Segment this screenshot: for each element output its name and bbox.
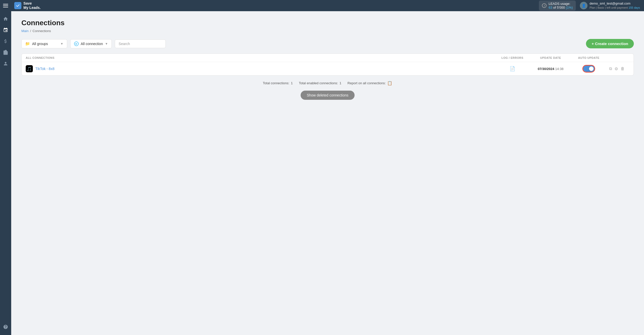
chevron-down-icon: ▼ — [60, 42, 63, 46]
total-connections-value: 1 — [291, 81, 293, 85]
svg-rect-0 — [3, 4, 8, 4]
logo-text: Save My Leads. — [23, 1, 41, 10]
connection-link[interactable]: TikTok - 8x8 — [35, 67, 54, 71]
leads-usage-text: LEADS usage: 63 of 5'000 (1%) — [549, 2, 573, 9]
sidebar-item-billing[interactable] — [0, 36, 11, 47]
connection-filter-dropdown[interactable]: ▶ All connection ▼ — [70, 39, 112, 48]
logo: Save My Leads. — [14, 1, 41, 10]
auto-update-toggle[interactable] — [583, 66, 594, 72]
folder-icon: 📁 — [25, 41, 30, 46]
leads-current: 63 — [549, 6, 552, 9]
connection-name-cell: 🎵 TikTok - 8x8 — [26, 65, 497, 72]
create-connection-button[interactable]: + Create connection — [586, 39, 634, 48]
user-plan: Plan | Basic | left until payment 155 da… — [590, 6, 640, 10]
table-row: 🎵 TikTok - 8x8 📄 07/30/2024 14:38 ⧉ — [22, 62, 634, 75]
total-enabled-stat: Total enabled connections: 1 — [299, 81, 341, 85]
copy-icon[interactable]: ⧉ — [609, 66, 612, 71]
logo-icon — [14, 2, 21, 9]
update-date: 07/30/2024 — [538, 67, 554, 71]
avatar: 👤 — [580, 2, 587, 9]
document-icon[interactable]: 📄 — [510, 66, 515, 72]
actions-cell: ⧉ ⚙ 🗑 — [604, 66, 629, 71]
svg-rect-1 — [3, 5, 8, 6]
user-email: demo_sml_test@gmail.com — [590, 1, 640, 6]
breadcrumb: Main / Connections — [21, 29, 634, 33]
page-title: Connections — [21, 19, 634, 27]
search-input[interactable]: Search — [115, 39, 166, 48]
leads-label: LEADS usage: — [549, 2, 570, 6]
auto-update-cell — [573, 66, 604, 72]
tiktok-icon: 🎵 — [26, 65, 33, 72]
toggle-wrapper — [583, 66, 594, 72]
sidebar-item-help[interactable] — [0, 321, 11, 332]
info-icon: i — [542, 3, 547, 8]
settings-icon[interactable]: ⚙ — [614, 66, 618, 71]
report-icon[interactable]: 📋 — [387, 81, 392, 86]
sidebar-item-profile[interactable] — [0, 58, 11, 69]
toolbar: 📁 All groups ▼ ▶ All connection ▼ Search… — [21, 39, 634, 48]
user-days: 155 days — [628, 6, 640, 9]
delete-icon[interactable]: 🗑 — [621, 66, 625, 71]
report-label: Report on all connections: — [347, 81, 386, 85]
svg-rect-2 — [3, 7, 8, 7]
groups-dropdown[interactable]: 📁 All groups ▼ — [21, 39, 67, 48]
update-date-cell: 07/30/2024 14:38 — [528, 67, 573, 71]
update-time: 14:38 — [555, 67, 564, 71]
total-connections-stat: Total connections: 1 — [263, 81, 293, 85]
sidebar-item-jobs[interactable] — [0, 47, 11, 58]
log-errors-cell: 📄 — [497, 66, 528, 72]
header-auto-update: AUTO UPDATE — [573, 56, 604, 59]
groups-label: All groups — [32, 42, 48, 46]
leads-percent: (1%) — [566, 6, 573, 9]
main-wrapper: Save My Leads. i LEADS usage: 63 of 5'00… — [11, 0, 644, 335]
leads-total: 5'000 — [557, 6, 565, 9]
sidebar-item-connections[interactable] — [0, 24, 11, 36]
breadcrumb-current: Connections — [33, 29, 51, 33]
search-placeholder: Search — [119, 42, 130, 46]
header-log-errors: LOG / ERRORS — [497, 56, 528, 59]
topbar: Save My Leads. i LEADS usage: 63 of 5'00… — [11, 0, 644, 11]
table-header: ALL CONNECTIONS LOG / ERRORS UPDATE DATE… — [22, 54, 634, 62]
footer-stats: Total connections: 1 Total enabled conne… — [21, 81, 634, 86]
topbar-right: i LEADS usage: 63 of 5'000 (1%) 👤 demo_s… — [539, 1, 640, 11]
play-icon: ▶ — [74, 41, 79, 46]
connection-filter-label: All connection — [81, 42, 103, 46]
connections-table: ALL CONNECTIONS LOG / ERRORS UPDATE DATE… — [21, 53, 634, 76]
breadcrumb-main[interactable]: Main — [21, 29, 29, 33]
sidebar — [0, 0, 11, 335]
header-update-date: UPDATE DATE — [528, 56, 573, 59]
header-all-connections: ALL CONNECTIONS — [26, 56, 497, 59]
chevron-down-icon-2: ▼ — [105, 42, 108, 46]
report-stat: Report on all connections: 📋 — [347, 81, 392, 86]
show-deleted-button[interactable]: Show deleted connections — [301, 91, 354, 100]
sidebar-item-menu[interactable] — [0, 0, 11, 11]
leads-of: of — [553, 6, 557, 9]
user-details: demo_sml_test@gmail.com Plan | Basic | l… — [590, 1, 640, 10]
breadcrumb-separator: / — [30, 29, 31, 33]
total-connections-label: Total connections: — [263, 81, 289, 85]
content-area: Connections Main / Connections 📁 All gro… — [11, 11, 644, 335]
total-enabled-value: 1 — [340, 81, 341, 85]
user-info: 👤 demo_sml_test@gmail.com Plan | Basic |… — [580, 1, 640, 10]
leads-usage-widget: i LEADS usage: 63 of 5'000 (1%) — [539, 1, 576, 11]
sidebar-item-home[interactable] — [0, 13, 11, 24]
total-enabled-label: Total enabled connections: — [299, 81, 338, 85]
